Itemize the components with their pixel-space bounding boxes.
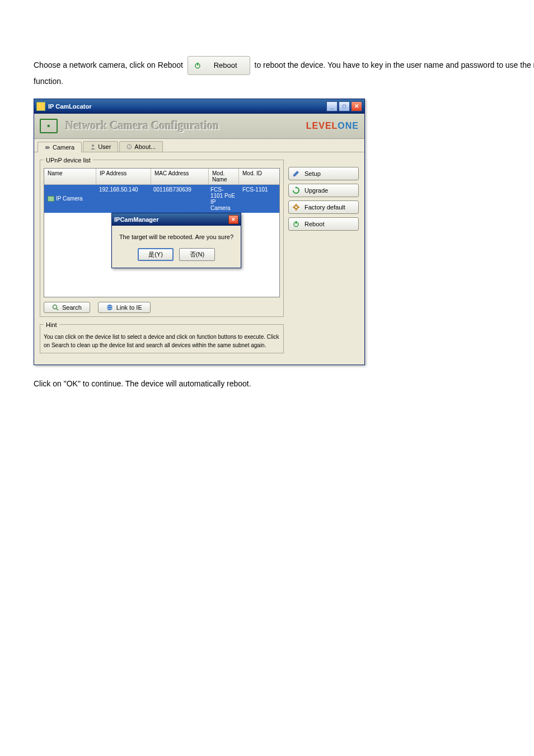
dialog-yes-button[interactable]: 是(Y) <box>138 248 174 261</box>
svg-point-7 <box>53 305 57 309</box>
search-icon <box>52 304 59 311</box>
th-mac[interactable]: MAC Address <box>151 169 209 184</box>
dialog-title: IPCamManager <box>114 216 228 223</box>
svg-line-8 <box>57 309 58 310</box>
ie-icon <box>106 304 113 311</box>
hint-text: You can click on the device list to sele… <box>44 333 280 349</box>
svg-point-9 <box>107 305 113 310</box>
svg-rect-17 <box>296 221 297 223</box>
maximize-button[interactable]: □ <box>339 101 350 111</box>
info-icon: i <box>127 144 132 150</box>
tab-about[interactable]: i About... <box>119 141 163 152</box>
dialog-no-button[interactable]: 否(N) <box>179 248 215 261</box>
setup-button[interactable]: Setup <box>288 167 359 180</box>
banner-title: Network Camera Configuration <box>65 119 219 132</box>
svg-point-4 <box>92 144 94 147</box>
brand: LEVELONE <box>306 121 359 131</box>
search-button[interactable]: Search <box>44 302 90 313</box>
closing-paragraph: Click on "OK" to continue. The device wi… <box>34 377 534 391</box>
tabs: Camera User i About... <box>34 139 364 152</box>
th-modid[interactable]: Mod. ID <box>239 169 279 184</box>
upgrade-button[interactable]: Upgrade <box>288 184 359 197</box>
tab-user[interactable]: User <box>83 141 118 152</box>
reboot-button-inline[interactable]: Reboot <box>188 56 250 75</box>
hint-fieldset: Hint You can click on the device list to… <box>40 321 284 353</box>
device-table: Name IP Address MAC Address Mod. Name Mo… <box>44 168 280 297</box>
logo: ■ <box>40 116 58 136</box>
user-icon <box>90 144 96 150</box>
gear-icon <box>292 203 300 211</box>
power-icon <box>194 62 202 69</box>
svg-point-11 <box>294 206 298 209</box>
svg-rect-2 <box>45 146 49 149</box>
minimize-button[interactable]: _ <box>326 101 338 111</box>
confirm-dialog: IPCamManager ✕ The target will be reboot… <box>111 213 241 268</box>
banner: ■ Network Camera Configuration LEVELONE <box>34 114 364 139</box>
svg-text:i: i <box>129 145 130 149</box>
titlebar: IP CamLocator _ □ ✕ <box>34 99 364 114</box>
th-modname[interactable]: Mod. Name <box>209 169 239 184</box>
dialog-close-button[interactable]: ✕ <box>228 215 238 224</box>
intro-paragraph: Choose a network camera, click on Reboot… <box>34 56 534 88</box>
reboot-button-label: Reboot <box>214 61 237 69</box>
table-header: Name IP Address MAC Address Mod. Name Mo… <box>44 169 279 185</box>
app-icon <box>36 102 45 111</box>
table-row[interactable]: IP Camera 192.168.50.140 00116B730639 FC… <box>44 185 279 213</box>
camera-icon <box>45 144 50 150</box>
dialog-message: The target will be rebooted. Are you sur… <box>119 234 234 240</box>
factory-default-button[interactable]: Factory default <box>288 200 359 214</box>
svg-rect-1 <box>197 63 198 66</box>
camera-row-icon <box>48 196 54 202</box>
reboot-button[interactable]: Reboot <box>288 217 359 231</box>
link-ie-button[interactable]: Link to IE <box>98 302 151 313</box>
window-title: IP CamLocator <box>48 103 326 110</box>
th-name[interactable]: Name <box>44 169 96 184</box>
app-window: IP CamLocator _ □ ✕ ■ Network Camera Con… <box>34 99 365 365</box>
refresh-icon <box>292 186 300 194</box>
th-ip[interactable]: IP Address <box>96 169 151 184</box>
tab-camera[interactable]: Camera <box>38 142 82 152</box>
close-button[interactable]: ✕ <box>351 101 362 111</box>
upnp-legend: UPnP device list <box>44 157 93 164</box>
power-icon <box>292 220 300 228</box>
svg-rect-3 <box>49 147 50 148</box>
hint-legend: Hint <box>44 321 59 328</box>
upnp-fieldset: UPnP device list Name IP Address MAC Add… <box>40 157 284 317</box>
wrench-icon <box>292 170 300 178</box>
